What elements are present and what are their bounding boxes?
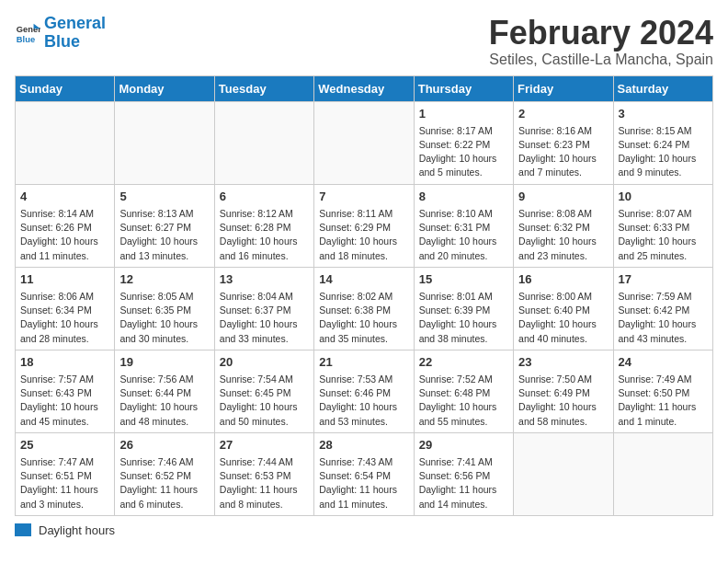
day-number: 17	[619, 271, 708, 288]
calendar-day-cell: 13Sunrise: 8:04 AM Sunset: 6:37 PM Dayli…	[214, 267, 313, 350]
day-info: Sunrise: 7:49 AM Sunset: 6:50 PM Dayligh…	[619, 373, 708, 429]
day-number: 13	[220, 271, 309, 288]
day-info: Sunrise: 8:08 AM Sunset: 6:32 PM Dayligh…	[518, 207, 608, 263]
calendar-day-cell: 3Sunrise: 8:15 AM Sunset: 6:24 PM Daylig…	[613, 101, 712, 184]
day-number: 8	[419, 189, 508, 205]
day-info: Sunrise: 7:44 AM Sunset: 6:53 PM Dayligh…	[220, 455, 309, 511]
calendar-day-cell: 24Sunrise: 7:49 AM Sunset: 6:50 PM Dayli…	[613, 350, 712, 432]
day-info: Sunrise: 7:59 AM Sunset: 6:42 PM Dayligh…	[619, 290, 708, 346]
day-number: 22	[419, 354, 508, 371]
day-number: 9	[518, 189, 608, 205]
calendar-day-cell: 29Sunrise: 7:41 AM Sunset: 6:56 PM Dayli…	[414, 432, 513, 515]
calendar-day-header: Thursday	[414, 75, 513, 101]
calendar-day-cell: 25Sunrise: 7:47 AM Sunset: 6:51 PM Dayli…	[16, 432, 115, 515]
day-info: Sunrise: 8:12 AM Sunset: 6:28 PM Dayligh…	[220, 207, 309, 263]
calendar-day-cell: 17Sunrise: 7:59 AM Sunset: 6:42 PM Dayli…	[613, 267, 712, 350]
day-info: Sunrise: 8:10 AM Sunset: 6:31 PM Dayligh…	[419, 207, 508, 263]
day-info: Sunrise: 7:56 AM Sunset: 6:44 PM Dayligh…	[119, 373, 209, 429]
svg-text:Blue: Blue	[17, 35, 35, 44]
legend-label: Daylight hours	[39, 523, 115, 537]
day-number: 11	[20, 271, 109, 288]
day-info: Sunrise: 7:53 AM Sunset: 6:46 PM Dayligh…	[319, 373, 408, 429]
calendar-day-cell: 15Sunrise: 8:01 AM Sunset: 6:39 PM Dayli…	[414, 267, 513, 350]
day-info: Sunrise: 8:06 AM Sunset: 6:34 PM Dayligh…	[20, 290, 109, 346]
day-info: Sunrise: 7:52 AM Sunset: 6:48 PM Dayligh…	[419, 373, 508, 429]
logo-icon: General Blue	[15, 20, 40, 46]
calendar-day-cell: 8Sunrise: 8:10 AM Sunset: 6:31 PM Daylig…	[414, 184, 513, 267]
day-info: Sunrise: 7:43 AM Sunset: 6:54 PM Dayligh…	[319, 455, 408, 511]
day-number: 3	[619, 106, 708, 122]
calendar-day-cell: 19Sunrise: 7:56 AM Sunset: 6:44 PM Dayli…	[115, 350, 214, 432]
day-info: Sunrise: 8:11 AM Sunset: 6:29 PM Dayligh…	[319, 207, 408, 263]
legend: Daylight hours	[15, 523, 713, 537]
day-number: 19	[119, 354, 209, 371]
day-number: 28	[319, 437, 408, 454]
calendar-day-cell	[16, 101, 115, 184]
calendar-day-cell: 9Sunrise: 8:08 AM Sunset: 6:32 PM Daylig…	[514, 184, 613, 267]
day-number: 1	[419, 106, 508, 122]
day-info: Sunrise: 7:50 AM Sunset: 6:49 PM Dayligh…	[518, 373, 608, 429]
day-info: Sunrise: 8:04 AM Sunset: 6:37 PM Dayligh…	[220, 290, 309, 346]
day-info: Sunrise: 8:16 AM Sunset: 6:23 PM Dayligh…	[518, 124, 608, 180]
day-info: Sunrise: 7:41 AM Sunset: 6:56 PM Dayligh…	[419, 455, 508, 511]
day-number: 7	[319, 189, 408, 205]
day-info: Sunrise: 8:00 AM Sunset: 6:40 PM Dayligh…	[518, 290, 608, 346]
day-number: 12	[119, 271, 209, 288]
calendar-day-cell: 4Sunrise: 8:14 AM Sunset: 6:26 PM Daylig…	[16, 184, 115, 267]
calendar-day-cell: 20Sunrise: 7:54 AM Sunset: 6:45 PM Dayli…	[214, 350, 313, 432]
day-info: Sunrise: 8:02 AM Sunset: 6:38 PM Dayligh…	[319, 290, 408, 346]
day-info: Sunrise: 8:17 AM Sunset: 6:22 PM Dayligh…	[419, 124, 508, 180]
day-number: 5	[119, 189, 209, 205]
page-subtitle: Setiles, Castille-La Mancha, Spain	[489, 52, 713, 68]
calendar-day-cell: 21Sunrise: 7:53 AM Sunset: 6:46 PM Dayli…	[314, 350, 414, 432]
calendar-day-cell: 28Sunrise: 7:43 AM Sunset: 6:54 PM Dayli…	[314, 432, 414, 515]
day-number: 24	[619, 354, 708, 371]
calendar-day-cell: 27Sunrise: 7:44 AM Sunset: 6:53 PM Dayli…	[214, 432, 313, 515]
legend-color	[15, 523, 31, 536]
calendar-day-cell: 12Sunrise: 8:05 AM Sunset: 6:35 PM Dayli…	[115, 267, 214, 350]
calendar-day-cell	[214, 101, 313, 184]
calendar-header-row: SundayMondayTuesdayWednesdayThursdayFrid…	[16, 75, 713, 101]
calendar-day-cell	[613, 432, 712, 515]
calendar-day-header: Saturday	[613, 75, 712, 101]
day-info: Sunrise: 7:54 AM Sunset: 6:45 PM Dayligh…	[220, 373, 309, 429]
day-number: 20	[220, 354, 309, 371]
calendar-day-cell: 23Sunrise: 7:50 AM Sunset: 6:49 PM Dayli…	[514, 350, 613, 432]
calendar-week-row: 11Sunrise: 8:06 AM Sunset: 6:34 PM Dayli…	[16, 267, 713, 350]
calendar-day-cell	[115, 101, 214, 184]
calendar-day-header: Monday	[115, 75, 214, 101]
page-header: General Blue GeneralBlue February 2024 S…	[15, 15, 713, 68]
calendar-day-cell: 5Sunrise: 8:13 AM Sunset: 6:27 PM Daylig…	[115, 184, 214, 267]
day-number: 23	[518, 354, 608, 371]
day-info: Sunrise: 7:46 AM Sunset: 6:52 PM Dayligh…	[119, 455, 209, 511]
title-block: February 2024 Setiles, Castille-La Manch…	[489, 15, 713, 68]
day-number: 18	[20, 354, 109, 371]
day-info: Sunrise: 8:14 AM Sunset: 6:26 PM Dayligh…	[20, 207, 109, 263]
calendar-day-cell: 26Sunrise: 7:46 AM Sunset: 6:52 PM Dayli…	[115, 432, 214, 515]
day-number: 29	[419, 437, 508, 454]
calendar-day-cell: 18Sunrise: 7:57 AM Sunset: 6:43 PM Dayli…	[16, 350, 115, 432]
day-number: 10	[619, 189, 708, 205]
day-info: Sunrise: 8:05 AM Sunset: 6:35 PM Dayligh…	[119, 290, 209, 346]
calendar-day-cell: 2Sunrise: 8:16 AM Sunset: 6:23 PM Daylig…	[514, 101, 613, 184]
day-info: Sunrise: 8:07 AM Sunset: 6:33 PM Dayligh…	[619, 207, 708, 263]
logo-text: GeneralBlue	[44, 15, 106, 52]
calendar-day-header: Friday	[514, 75, 613, 101]
day-number: 16	[518, 271, 608, 288]
calendar-day-cell: 16Sunrise: 8:00 AM Sunset: 6:40 PM Dayli…	[514, 267, 613, 350]
calendar-day-cell	[514, 432, 613, 515]
calendar-day-cell: 7Sunrise: 8:11 AM Sunset: 6:29 PM Daylig…	[314, 184, 414, 267]
day-info: Sunrise: 8:13 AM Sunset: 6:27 PM Dayligh…	[119, 207, 209, 263]
calendar-week-row: 18Sunrise: 7:57 AM Sunset: 6:43 PM Dayli…	[16, 350, 713, 432]
day-info: Sunrise: 7:47 AM Sunset: 6:51 PM Dayligh…	[20, 455, 109, 511]
day-number: 26	[119, 437, 209, 454]
day-info: Sunrise: 7:57 AM Sunset: 6:43 PM Dayligh…	[20, 373, 109, 429]
day-number: 15	[419, 271, 508, 288]
calendar-day-cell: 1Sunrise: 8:17 AM Sunset: 6:22 PM Daylig…	[414, 101, 513, 184]
calendar-week-row: 1Sunrise: 8:17 AM Sunset: 6:22 PM Daylig…	[16, 101, 713, 184]
calendar-day-cell: 11Sunrise: 8:06 AM Sunset: 6:34 PM Dayli…	[16, 267, 115, 350]
calendar-day-cell: 6Sunrise: 8:12 AM Sunset: 6:28 PM Daylig…	[214, 184, 313, 267]
logo: General Blue GeneralBlue	[15, 15, 106, 52]
day-info: Sunrise: 8:01 AM Sunset: 6:39 PM Dayligh…	[419, 290, 508, 346]
calendar-day-cell	[314, 101, 414, 184]
